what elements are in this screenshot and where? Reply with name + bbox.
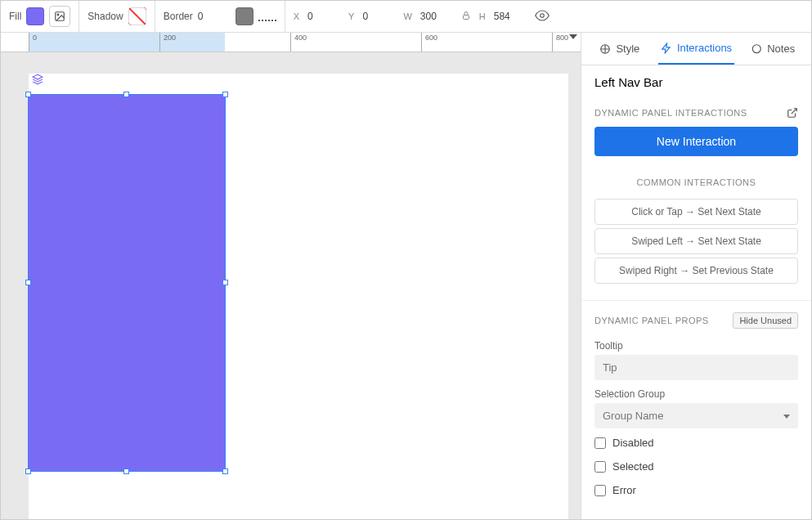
ruler-tick: 200 <box>159 33 176 52</box>
common-interaction-0[interactable]: Click or Tap → Set Next State <box>594 199 798 225</box>
inspector-tabs: Style Interactions Notes <box>581 33 811 65</box>
selected-label: Selected <box>612 460 654 473</box>
interactions-header-label: DYNAMIC PANEL INTERACTIONS <box>594 108 747 118</box>
selected-widget[interactable] <box>29 95 225 471</box>
horizontal-ruler: 0200400600800 <box>1 33 581 52</box>
fill-label: Fill <box>9 11 21 22</box>
resize-handle-se[interactable] <box>222 468 228 474</box>
svg-marker-4 <box>33 74 43 79</box>
dynamic-panel-icon[interactable] <box>32 74 43 85</box>
border-style-picker[interactable] <box>258 11 276 21</box>
visibility-toggle-icon[interactable] <box>535 8 550 25</box>
border-color-swatch[interactable] <box>236 7 253 25</box>
disabled-label: Disabled <box>612 437 654 449</box>
common-interactions-header: COMMON INTERACTIONS <box>581 169 811 195</box>
error-label: Error <box>612 484 636 496</box>
geometry-section: X Y W H <box>285 1 558 32</box>
x-label: X <box>294 11 299 21</box>
y-label: Y <box>348 11 354 21</box>
resize-handle-sw[interactable] <box>25 468 31 474</box>
resize-handle-n[interactable] <box>123 92 129 97</box>
lock-aspect-icon[interactable] <box>461 11 471 23</box>
y-input[interactable] <box>362 7 395 25</box>
shadow-section: Shadow <box>79 1 155 32</box>
border-width-input[interactable] <box>198 7 231 25</box>
h-input[interactable] <box>494 7 527 25</box>
disabled-checkbox[interactable] <box>594 437 606 449</box>
resize-handle-e[interactable] <box>222 280 228 285</box>
w-label: W <box>403 11 411 21</box>
popout-icon[interactable] <box>787 107 798 119</box>
resize-handle-s[interactable] <box>123 468 129 474</box>
selection-group-label: Selection Group <box>581 380 811 403</box>
new-interaction-button[interactable]: New Interaction <box>594 127 798 156</box>
svg-point-3 <box>541 13 545 17</box>
common-interaction-1[interactable]: Swiped Left → Set Next State <box>594 228 798 254</box>
state-checkboxes: Disabled Selected Error <box>581 428 811 496</box>
tab-notes[interactable]: Notes <box>734 33 811 65</box>
tab-notes-label: Notes <box>767 43 795 55</box>
ruler-tick: 400 <box>290 33 307 52</box>
fill-image-button[interactable] <box>49 6 70 27</box>
fill-section: Fill <box>1 1 79 32</box>
error-checkbox-row[interactable]: Error <box>594 484 798 496</box>
ruler-tick: 600 <box>421 33 437 52</box>
tooltip-label: Tooltip <box>581 332 811 355</box>
property-toolbar: Fill Shadow Border X Y W H <box>1 1 811 33</box>
ruler-menu-toggle[interactable] <box>569 34 577 39</box>
resize-handle-nw[interactable] <box>25 92 31 97</box>
error-checkbox[interactable] <box>594 485 606 496</box>
hide-unused-button[interactable]: Hide Unused <box>733 312 798 329</box>
interactions-header: DYNAMIC PANEL INTERACTIONS <box>581 99 811 127</box>
resize-handle-ne[interactable] <box>222 92 228 97</box>
props-header: DYNAMIC PANEL PROPS Hide Unused <box>581 301 811 332</box>
h-label: H <box>479 11 486 21</box>
selection-group-select[interactable]: Group Name <box>594 403 798 428</box>
selected-checkbox-row[interactable]: Selected <box>594 460 798 473</box>
fill-color-swatch[interactable] <box>26 7 44 25</box>
shadow-none-swatch[interactable] <box>128 7 146 25</box>
shadow-label: Shadow <box>87 11 123 22</box>
canvas-area[interactable]: 0200400600800 <box>1 33 581 519</box>
ruler-tick: 0 <box>29 33 37 52</box>
svg-point-1 <box>57 14 59 16</box>
selection-group-select-wrap: Group Name <box>594 403 798 428</box>
x-input[interactable] <box>307 7 340 25</box>
inspector-panel: Style Interactions Notes Left Nav Bar DY… <box>581 33 811 519</box>
w-input[interactable] <box>420 7 453 25</box>
svg-rect-2 <box>463 15 469 19</box>
resize-handle-w[interactable] <box>25 280 31 285</box>
tab-style[interactable]: Style <box>581 33 658 65</box>
border-label: Border <box>164 11 193 22</box>
props-header-label: DYNAMIC PANEL PROPS <box>594 316 709 325</box>
disabled-checkbox-row[interactable]: Disabled <box>594 437 798 449</box>
selected-checkbox[interactable] <box>594 461 606 473</box>
tab-style-label: Style <box>616 43 639 55</box>
tooltip-input[interactable] <box>594 355 798 380</box>
border-section: Border <box>155 1 285 32</box>
tab-interactions[interactable]: Interactions <box>658 33 735 65</box>
main-area: 0200400600800 Style Interactions <box>1 33 811 519</box>
svg-line-6 <box>792 109 796 114</box>
common-interaction-2[interactable]: Swiped Right → Set Previous State <box>594 258 798 284</box>
tab-interactions-label: Interactions <box>677 42 732 54</box>
ruler-tick: 800 <box>552 33 568 52</box>
element-name: Left Nav Bar <box>581 65 811 99</box>
